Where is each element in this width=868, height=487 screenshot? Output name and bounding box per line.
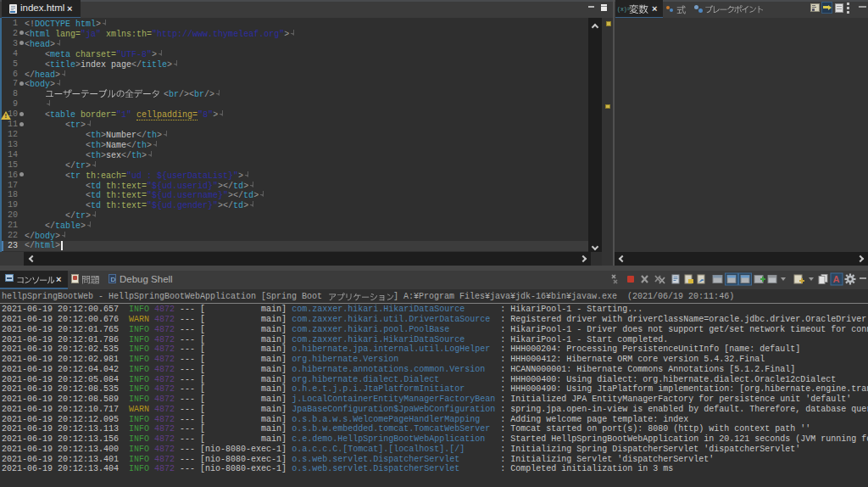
svg-text:A: A bbox=[833, 274, 840, 284]
